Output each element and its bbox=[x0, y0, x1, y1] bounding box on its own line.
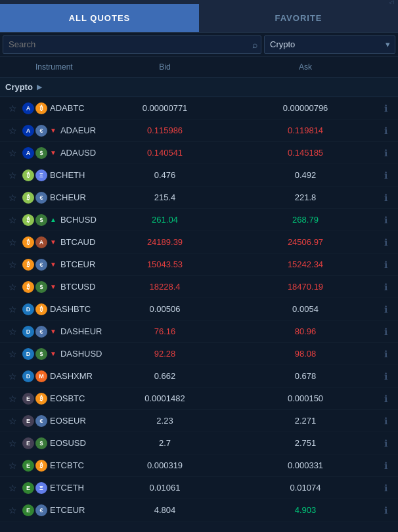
coin1-icon: E bbox=[22, 504, 34, 516]
coin2-icon: € bbox=[35, 192, 47, 204]
instrument-row[interactable]: ☆D$▼DASHUSD92.2898.08ℹ bbox=[0, 343, 398, 365]
favorite-star-button[interactable]: ☆ bbox=[3, 215, 22, 225]
instrument-name: BCHETH bbox=[47, 170, 85, 180]
instrument-row[interactable]: ☆₿$▲BCHUSD261.04268.79ℹ bbox=[0, 209, 398, 231]
info-button[interactable]: ℹ bbox=[376, 349, 395, 359]
bid-value: 2.7 bbox=[95, 438, 235, 448]
favorite-star-button[interactable]: ☆ bbox=[3, 505, 22, 516]
info-button[interactable]: ℹ bbox=[376, 460, 395, 471]
info-button[interactable]: ℹ bbox=[376, 371, 395, 382]
instrument-row[interactable]: ☆E$EOSUSD2.72.751ℹ bbox=[0, 432, 398, 454]
info-button[interactable]: ℹ bbox=[376, 416, 395, 426]
info-button[interactable]: ℹ bbox=[376, 326, 395, 337]
instrument-row[interactable]: ☆₿€▼BTCEUR15043.5315242.34ℹ bbox=[0, 254, 398, 276]
search-wrap: ⌕ bbox=[3, 35, 261, 53]
ask-value: 80.96 bbox=[235, 326, 376, 336]
info-button[interactable]: ℹ bbox=[376, 259, 395, 270]
instrument-row[interactable]: ☆E€EOSEUR2.232.271ℹ bbox=[0, 410, 398, 432]
instrument-row[interactable]: ☆D₿DASHBTC0.005060.0054ℹ bbox=[0, 298, 398, 321]
instrument-name: DASHBTC bbox=[47, 304, 91, 314]
ask-value: 24506.97 bbox=[235, 237, 376, 247]
info-button[interactable]: ℹ bbox=[376, 148, 395, 158]
instrument-row[interactable]: ☆₿€BCHEUR215.4221.8ℹ bbox=[0, 187, 398, 209]
info-button[interactable]: ℹ bbox=[376, 438, 395, 449]
coin1-icon: D bbox=[22, 348, 34, 360]
tab-all-quotes[interactable]: ALL QUOTES bbox=[0, 4, 199, 32]
favorite-star-button[interactable]: ☆ bbox=[3, 125, 22, 136]
instrument-name: ETCBTC bbox=[47, 460, 84, 470]
favorite-star-button[interactable]: ☆ bbox=[3, 349, 22, 359]
instrument-row[interactable]: ☆A€▼ADAEUR0.1159860.119814ℹ bbox=[0, 120, 398, 142]
instrument-row[interactable]: ☆₿A▼BTCAUD24189.3924506.97ℹ bbox=[0, 231, 398, 254]
favorite-star-button[interactable]: ☆ bbox=[3, 416, 22, 426]
info-button[interactable]: ℹ bbox=[376, 125, 395, 136]
coin1-icon: A bbox=[22, 102, 34, 114]
coin1-icon: ₿ bbox=[22, 169, 34, 181]
ask-value: 0.0054 bbox=[235, 304, 376, 314]
favorite-star-button[interactable]: ☆ bbox=[3, 259, 22, 270]
instrument-row[interactable]: ☆D€▼DASHEUR76.1680.96ℹ bbox=[0, 321, 398, 343]
instrument-row[interactable]: ☆₿$▼BTCUSD18228.418470.19ℹ bbox=[0, 276, 398, 298]
instrument-row[interactable]: ☆E₿EOSBTC0.00014820.000150ℹ bbox=[0, 388, 398, 410]
category-row[interactable]: Crypto ▶ bbox=[0, 78, 398, 97]
favorite-star-button[interactable]: ☆ bbox=[3, 371, 22, 382]
ask-value: 0.145185 bbox=[235, 148, 376, 158]
info-button[interactable]: ℹ bbox=[376, 103, 395, 114]
col-header-instrument: Instrument bbox=[22, 62, 95, 72]
trend-arrow-icon: ▼ bbox=[50, 328, 56, 335]
instrument-row[interactable]: ☆E€ETCEUR4.8044.903ℹ bbox=[0, 499, 398, 521]
ask-value: 268.79 bbox=[235, 215, 376, 225]
instrument-row[interactable]: ☆DMDASHXMR0.6620.678ℹ bbox=[0, 365, 398, 388]
instrument-name: ETCEUR bbox=[47, 505, 85, 515]
favorite-star-button[interactable]: ☆ bbox=[3, 326, 22, 337]
favorite-star-button[interactable]: ☆ bbox=[3, 237, 22, 248]
favorite-star-button[interactable]: ☆ bbox=[3, 170, 22, 181]
info-button[interactable]: ℹ bbox=[376, 237, 395, 248]
favorite-star-button[interactable]: ☆ bbox=[3, 192, 22, 203]
coin2-icon: $ bbox=[35, 437, 47, 449]
info-button[interactable]: ℹ bbox=[376, 192, 395, 203]
bid-value: 4.804 bbox=[95, 505, 235, 515]
favorite-star-button[interactable]: ☆ bbox=[3, 438, 22, 449]
favorite-star-button[interactable]: ☆ bbox=[3, 393, 22, 404]
instrument-row[interactable]: ☆A₿ADABTC0.000007710.00000796ℹ bbox=[0, 97, 398, 120]
coin1-icon: ₿ bbox=[22, 214, 34, 226]
coin2-icon: € bbox=[35, 125, 47, 137]
bid-value: 0.00506 bbox=[95, 304, 235, 314]
info-button[interactable]: ℹ bbox=[376, 393, 395, 404]
coin2-icon: ₿ bbox=[35, 460, 47, 472]
instrument-name: BCHUSD bbox=[58, 215, 97, 225]
favorite-star-button[interactable]: ☆ bbox=[3, 460, 22, 471]
favorite-star-button[interactable]: ☆ bbox=[3, 282, 22, 292]
info-button[interactable]: ℹ bbox=[376, 304, 395, 315]
instrument-row[interactable]: ☆E₿ETCBTC0.0003190.000331ℹ bbox=[0, 454, 398, 477]
info-button[interactable]: ℹ bbox=[376, 215, 395, 225]
instrument-row[interactable]: ☆₿ΞBCHETH0.4760.492ℹ bbox=[0, 164, 398, 187]
info-button[interactable]: ℹ bbox=[376, 483, 395, 493]
coin1-icon: E bbox=[22, 460, 34, 472]
instrument-row[interactable]: ☆EΞETCETH0.010610.01074ℹ bbox=[0, 477, 398, 499]
tab-favorite[interactable]: FAVORITE bbox=[199, 4, 398, 32]
favorite-star-button[interactable]: ☆ bbox=[3, 304, 22, 315]
search-icon: ⌕ bbox=[252, 39, 257, 50]
ask-value: 0.492 bbox=[235, 170, 376, 180]
instrument-name: ETCETH bbox=[47, 483, 84, 493]
coin2-icon: € bbox=[35, 504, 47, 516]
category-dropdown[interactable]: Crypto Forex Stocks Indices Commodities bbox=[264, 35, 395, 54]
favorite-star-button[interactable]: ☆ bbox=[3, 148, 22, 158]
info-button[interactable]: ℹ bbox=[376, 282, 395, 292]
info-button[interactable]: ℹ bbox=[376, 505, 395, 516]
coin2-icon: $ bbox=[35, 348, 47, 360]
trend-arrow-icon: ▼ bbox=[50, 261, 56, 268]
favorite-star-button[interactable]: ☆ bbox=[3, 103, 22, 114]
instrument-name: ADAEUR bbox=[58, 125, 96, 135]
instrument-name: BTCEUR bbox=[58, 259, 95, 269]
instrument-row[interactable]: ☆A$▼ADAUSD0.1405410.145185ℹ bbox=[0, 142, 398, 164]
info-button[interactable]: ℹ bbox=[376, 170, 395, 181]
favorite-star-button[interactable]: ☆ bbox=[3, 483, 22, 493]
search-input[interactable] bbox=[3, 35, 261, 54]
instrument-name: DASHXMR bbox=[47, 371, 93, 381]
ask-value: 0.678 bbox=[235, 371, 376, 381]
instrument-name: EOSBTC bbox=[47, 393, 85, 403]
bid-value: 0.000319 bbox=[95, 460, 235, 470]
